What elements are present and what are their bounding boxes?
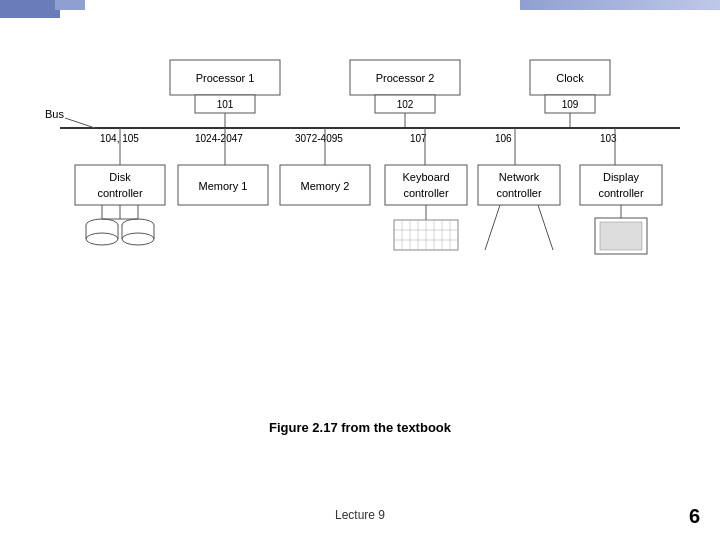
svg-point-53 [122,233,154,245]
svg-line-17 [65,118,95,128]
svg-text:controller: controller [403,187,449,199]
svg-text:1024-2047: 1024-2047 [195,133,243,144]
svg-text:Processor 2: Processor 2 [376,72,435,84]
figure-caption: Figure 2.17 from the textbook [0,420,720,435]
svg-text:Bus: Bus [45,108,64,120]
svg-point-48 [86,233,118,245]
top-accent [55,0,85,10]
svg-text:Memory 2: Memory 2 [301,180,350,192]
diagram: Processor 1 Processor 2 Clock 101 102 10… [40,50,690,380]
svg-text:controller: controller [598,187,644,199]
svg-text:109: 109 [562,99,579,110]
svg-text:102: 102 [397,99,414,110]
svg-text:Display: Display [603,171,640,183]
svg-text:Memory 1: Memory 1 [199,180,248,192]
svg-text:106: 106 [495,133,512,144]
svg-text:Network: Network [499,171,540,183]
svg-line-71 [485,205,500,250]
lecture-label: Lecture 9 [335,508,385,522]
svg-text:101: 101 [217,99,234,110]
svg-text:3072-4095: 3072-4095 [295,133,343,144]
svg-text:Processor 1: Processor 1 [196,72,255,84]
svg-text:Clock: Clock [556,72,584,84]
svg-text:Keyboard: Keyboard [402,171,449,183]
svg-text:controller: controller [496,187,542,199]
svg-rect-75 [600,222,642,250]
svg-line-72 [538,205,553,250]
page-number: 6 [689,505,700,528]
svg-text:controller: controller [97,187,143,199]
svg-text:Disk: Disk [109,171,131,183]
top-bar-left [0,0,60,18]
top-bar-right [520,0,720,10]
